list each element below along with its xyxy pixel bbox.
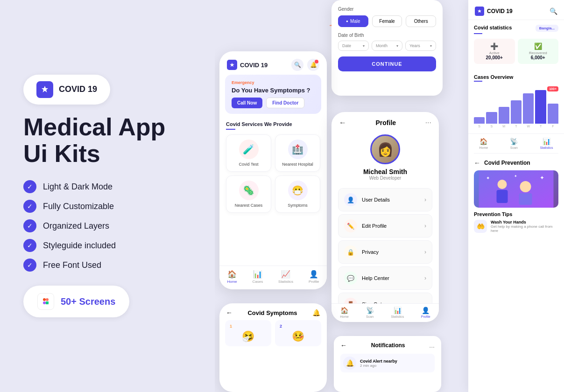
dash-nav-home[interactable]: 🏠 Home [479,138,488,149]
dash-search-icon[interactable]: 🔍 [550,7,557,15]
check-icon-1: ✓ [23,180,36,193]
profile-nav-icon: 👤 [309,270,318,279]
svg-text:✦: ✦ [514,174,517,178]
gender-female[interactable]: Female [372,15,402,27]
svg-text:✦: ✦ [486,175,490,181]
recovered-icon: ✅ [521,42,556,50]
symptoms-label: Symptoms [288,203,308,208]
nav-statistics[interactable]: 📈 Statistics [278,270,293,284]
dash-underline-1 [474,33,482,34]
symptom-figure-2: 🤒 [292,330,304,343]
active-label: Active [477,51,512,55]
figma-icon [37,293,54,310]
symptoms-icon: 😷 [288,181,308,200]
menu-edit-profile[interactable]: ✏️ Edit Profile › [338,214,432,238]
date-select[interactable]: Date ▾ [338,41,369,51]
dots-menu[interactable]: ··· [425,119,431,127]
month-select[interactable]: Month ▾ [372,41,402,51]
notif-title: Notifications [371,342,405,349]
nearest-hospital-label: Nearest Hospital [282,162,313,167]
chart-bar-7 [548,104,558,124]
tip-desc: Get help by making a phone call from her… [491,224,558,233]
call-now-button[interactable]: Call Now [232,98,262,108]
chart-area: 100+ [474,86,558,124]
header-icons: 🔍 🔔 [291,59,319,71]
service-nearest-hospital[interactable]: 🏥 Nearest Hospital [275,134,320,172]
symptoms-grid: 1 🤧 2 🤒 [219,320,327,346]
profile-name: Micheal Smith [363,168,407,175]
nearest-cases-icon: 🦠 [239,181,259,200]
notif-item-1[interactable]: 🔔 Covid Alert nearby 2 min ago [340,354,435,372]
dash-header: COVID 19 🔍 [468,0,564,20]
dash-home-icon: 🏠 [479,138,487,145]
chevron-right-icon-3: › [424,249,426,255]
right-panel: Gender ● Male Female Others Date of Birt… [215,0,564,392]
symptoms-bell-icon[interactable]: 🔔 [312,309,320,316]
service-covid-test[interactable]: 🧪 Covid Test [226,134,271,172]
chart-bar-6 [535,90,546,124]
chart-bar-2 [486,112,497,124]
find-doctor-button[interactable]: Find Doctor [266,98,304,108]
profile-avatar-section: 👩 Micheal Smith Web Developer [331,131,439,188]
nav-profile[interactable]: 👤 Profile [309,270,319,284]
years-select[interactable]: Years ▾ [405,41,436,51]
pnav-profile[interactable]: 👤 Profile [421,307,430,318]
profile-header: ← Profile ··· [331,112,439,131]
search-icon[interactable]: 🔍 [291,59,303,71]
nav-home[interactable]: 🏠 Home [227,270,237,284]
chart-label-t2: T [535,125,546,128]
notif-text-1: Covid Alert nearby [360,359,432,364]
chart-label-s2: S [486,125,497,128]
pnav-statistics[interactable]: 📊 Statistics [391,307,404,318]
notif-icon-1: 🔔 [343,357,356,370]
menu-privacy[interactable]: 🔒 Privacy › [338,240,432,264]
covid-test-icon: 🧪 [239,140,259,159]
service-nearest-cases[interactable]: 🦠 Nearest Cases [226,175,271,213]
menu-help-center[interactable]: 💬 Help Center › [338,266,432,290]
prev-back-button[interactable]: ← [474,159,480,167]
notification-icon[interactable]: 🔔 [307,59,319,71]
active-icon: ➕ [477,42,512,50]
symptoms-back[interactable]: ← [226,309,233,316]
chart-label-m: M [499,125,509,128]
dash-nav-scan[interactable]: 📡 Scan [510,138,518,149]
profile-bottom-nav: 🏠 Home 📡 Scan 📊 Statistics 👤 Profile [331,303,439,322]
logo-icon: + [36,81,53,98]
main-title: Medical App Ui Kits [23,114,191,167]
dash-nav-statistics[interactable]: 📊 Statistics [540,138,553,149]
gender-male[interactable]: ● Male [338,15,368,27]
svg-rect-4 [46,298,49,301]
pnav-scan[interactable]: 📡 Scan [366,307,374,318]
nav-cases[interactable]: 📊 Cases [253,270,263,284]
feature-1: ✓ Light & Dark Mode [23,180,191,193]
notif-back-button[interactable]: ← [340,342,347,349]
symptoms-header: ← Covid Symptoms 🔔 [219,303,327,320]
back-button[interactable]: ← [339,119,346,127]
recovered-value: 6,000+ [521,55,556,60]
dashboard-panel: COVID 19 🔍 Covid statistics Bangla... ➕ … [468,0,564,392]
check-icon-4: ✓ [23,239,36,252]
prev-tip-row: 🤲 Wash Your Hands Get help by making a p… [474,220,558,233]
notif-dots[interactable]: ... [429,342,435,349]
profile-title: Profile [376,119,396,126]
dash-scan-icon: 📡 [510,138,518,145]
menu-user-details[interactable]: 👤 User Details › [338,188,432,211]
chart-label-s1: S [474,125,485,128]
services-section: Covid Services We Provide 🧪 Covid Test 🏥… [219,118,327,217]
left-panel: + COVID 19 Medical App Ui Kits ✓ Light &… [0,0,215,392]
gender-others[interactable]: Others [406,15,436,27]
registration-screen: Gender ● Male Female Others Date of Birt… [331,0,443,96]
pnav-home[interactable]: 🏠 Home [340,307,349,318]
chevron-right-icon: › [424,196,426,203]
nearest-hospital-icon: 🏥 [288,140,308,159]
logo-text: COVID 19 [59,84,97,94]
symptom-num-1: 1 [230,324,232,329]
dash-logo: COVID 19 [475,7,513,16]
dash-stats-icon: 📊 [543,138,550,145]
service-symptoms[interactable]: 😷 Symptoms [275,175,320,213]
chart-bar-1 [474,117,485,124]
symptom-card-1: 1 🤧 [225,320,271,346]
svg-text:+: + [43,88,46,92]
dash-bottom-nav: 🏠 Home 📡 Scan 📊 Statistics [468,133,564,153]
continue-button[interactable]: CONTINUE [338,56,436,71]
